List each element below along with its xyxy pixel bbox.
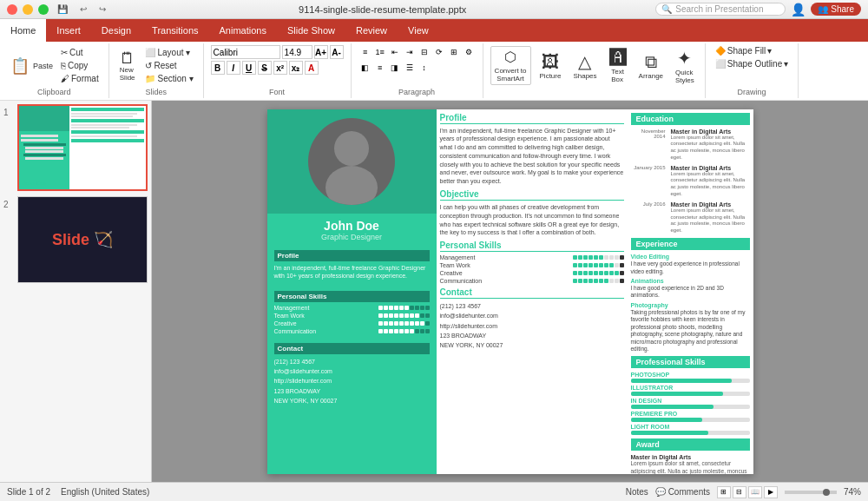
quick-styles-icon: ✦ bbox=[677, 48, 692, 69]
personal-skills-right: Management Team Work bbox=[440, 254, 624, 284]
close-button[interactable] bbox=[7, 4, 17, 15]
layout-button[interactable]: ⬜ Layout ▾ bbox=[142, 47, 196, 58]
insert-group: ⬡ Convert toSmartArt 🖼 Picture △ Shapes … bbox=[483, 43, 706, 98]
cut-button[interactable]: ✂ Cut bbox=[58, 47, 102, 58]
slide-thumb-2[interactable]: 2 Slide 🏹 bbox=[3, 196, 148, 283]
edu-item-3: July 2016 Master in Digital Arts Lorem i… bbox=[631, 201, 750, 234]
award-header: Award bbox=[631, 438, 750, 451]
underline-button[interactable]: U bbox=[242, 61, 256, 75]
copy-button[interactable]: ⎘ Copy bbox=[58, 60, 102, 71]
align-center-button[interactable]: ≡ bbox=[373, 61, 387, 75]
subscript-button[interactable]: x₂ bbox=[289, 61, 303, 75]
slide-number-2: 2 bbox=[3, 196, 14, 283]
contact-email: info@slidehunter.com bbox=[274, 366, 430, 376]
objective-heading: Objective bbox=[440, 189, 624, 201]
increase-font-button[interactable]: A+ bbox=[314, 45, 328, 59]
tab-design[interactable]: Design bbox=[91, 19, 141, 42]
profile-photo bbox=[308, 118, 395, 205]
maximize-button[interactable] bbox=[38, 4, 49, 15]
exp-item-3: Photography Taking professional photos i… bbox=[631, 302, 750, 353]
contact-right-email: info@slidehunter.com bbox=[440, 311, 624, 320]
skill-right-creative: Creative bbox=[440, 270, 624, 276]
slide-number-1: 1 bbox=[3, 104, 14, 191]
shape-fill-button[interactable]: 🔶 Shape Fill ▾ bbox=[713, 45, 791, 56]
columns-button[interactable]: ⊟ bbox=[418, 45, 431, 59]
education-section: Education November 2014 Master in Digita… bbox=[631, 113, 750, 235]
decrease-indent-button[interactable]: ⇤ bbox=[388, 45, 402, 59]
search-bar[interactable]: 🔍 Search in Presentation bbox=[655, 3, 786, 16]
justify-button[interactable]: ☰ bbox=[403, 61, 417, 75]
shape-outline-button[interactable]: ⬜ Shape Outline ▾ bbox=[713, 58, 791, 69]
arrange-button[interactable]: ⧉ Arrange bbox=[635, 50, 667, 82]
objective-section: Objective I can help you with all phases… bbox=[440, 189, 624, 237]
pro-skill-indesign: IN DESIGN bbox=[631, 398, 750, 409]
align-left-button[interactable]: ◧ bbox=[358, 61, 372, 75]
status-left: Slide 1 of 2 English (United States) bbox=[7, 487, 149, 497]
undo-icon[interactable]: ↩ bbox=[76, 3, 90, 16]
tab-insert[interactable]: Insert bbox=[46, 19, 91, 42]
reset-button[interactable]: ↺ Reset bbox=[142, 60, 196, 71]
increase-indent-button[interactable]: ⇥ bbox=[403, 45, 417, 59]
zoom-slider[interactable] bbox=[785, 491, 837, 494]
user-icon[interactable]: 👤 bbox=[791, 3, 806, 16]
quick-styles-button[interactable]: ✦ QuickStyles bbox=[672, 46, 698, 86]
new-slide-button[interactable]: 🗒 NewSlide bbox=[116, 49, 139, 83]
clipboard-group: 📋 Paste ✂ Cut ⎘ Copy 🖌 Format Clipboard bbox=[0, 43, 109, 98]
left-profile-section: Profile I'm an independent, full-time fr… bbox=[267, 247, 437, 288]
skill-item-management: Management bbox=[274, 305, 430, 311]
slide-image-1[interactable]: John Doe bbox=[17, 104, 148, 191]
text-direction-button[interactable]: ⟳ bbox=[432, 45, 446, 59]
redo-icon[interactable]: ↪ bbox=[95, 3, 109, 16]
italic-button[interactable]: I bbox=[227, 61, 240, 75]
tab-review[interactable]: Review bbox=[345, 19, 398, 42]
bullets-button[interactable]: ≡ bbox=[358, 45, 372, 59]
cut-icon: ✂ bbox=[61, 48, 68, 57]
thumb-right-1 bbox=[69, 106, 146, 189]
align-right-button[interactable]: ◨ bbox=[388, 61, 402, 75]
section-button[interactable]: 📁 Section ▾ bbox=[142, 73, 196, 84]
minimize-button[interactable] bbox=[23, 4, 33, 15]
line-spacing-button[interactable]: ↕ bbox=[418, 61, 431, 75]
smartart-convert-button[interactable]: ⚙ bbox=[462, 45, 476, 59]
font-size-input[interactable] bbox=[282, 45, 312, 59]
edu-content-2: Master in Digital Arts Lorem ipsum dolor… bbox=[671, 165, 750, 198]
tab-transitions[interactable]: Transitions bbox=[141, 19, 208, 42]
skill-right-communication: Communication bbox=[440, 278, 624, 284]
slide-image-2[interactable]: Slide 🏹 bbox=[17, 196, 148, 283]
superscript-button[interactable]: x² bbox=[273, 61, 287, 75]
tab-view[interactable]: View bbox=[398, 19, 439, 42]
slideshow-view-button[interactable]: ▶ bbox=[764, 486, 778, 498]
font-name-input[interactable] bbox=[211, 45, 280, 59]
comments-button[interactable]: 💬 Comments bbox=[655, 487, 710, 497]
tab-animations[interactable]: Animations bbox=[209, 19, 277, 42]
textbox-button[interactable]: 🅰 TextBox bbox=[606, 46, 630, 85]
svg-point-1 bbox=[326, 166, 378, 205]
bold-button[interactable]: B bbox=[211, 61, 225, 75]
slide-sorter-button[interactable]: ⊟ bbox=[733, 486, 746, 498]
slide-thumb-1[interactable]: 1 bbox=[3, 104, 148, 191]
person-silhouette bbox=[308, 118, 395, 205]
convert-smartart-button[interactable]: ⬡ Convert toSmartArt bbox=[490, 46, 531, 85]
font-color-button[interactable]: A bbox=[305, 61, 319, 75]
picture-button[interactable]: 🖼 Picture bbox=[536, 50, 565, 82]
edu-item-1: November 2014 Master in Digital Arts Lor… bbox=[631, 129, 750, 162]
share-button[interactable]: 👥 Share bbox=[811, 3, 861, 16]
exp-item-1: Video Editing I have very good experienc… bbox=[631, 254, 750, 275]
decrease-font-button[interactable]: A- bbox=[330, 45, 344, 59]
normal-view-button[interactable]: ⊞ bbox=[717, 486, 731, 498]
shapes-button[interactable]: △ Shapes bbox=[569, 49, 600, 82]
font-group: A+ A- B I U S x² x₂ A Font bbox=[204, 43, 352, 98]
paste-button[interactable]: 📋 Paste bbox=[7, 56, 56, 76]
strikethrough-button[interactable]: S bbox=[258, 61, 272, 75]
edu-date-2: January 2015 bbox=[631, 165, 666, 198]
paragraph-group: ≡ 1≡ ⇤ ⇥ ⊟ ⟳ ⊞ ⚙ ◧ ≡ ◨ ☰ ↕ Paragraph bbox=[352, 43, 483, 98]
save-icon[interactable]: 💾 bbox=[54, 3, 71, 16]
format-button[interactable]: 🖌 Format bbox=[58, 73, 102, 84]
notes-button[interactable]: Notes bbox=[626, 487, 648, 497]
tab-slideshow[interactable]: Slide Show bbox=[277, 19, 345, 42]
profile-text: I'm an independent, full-time freelance … bbox=[440, 127, 624, 187]
reading-view-button[interactable]: 📖 bbox=[748, 486, 762, 498]
align-text-button[interactable]: ⊞ bbox=[447, 45, 461, 59]
numbering-button[interactable]: 1≡ bbox=[373, 45, 387, 59]
tab-home[interactable]: Home bbox=[0, 19, 46, 42]
